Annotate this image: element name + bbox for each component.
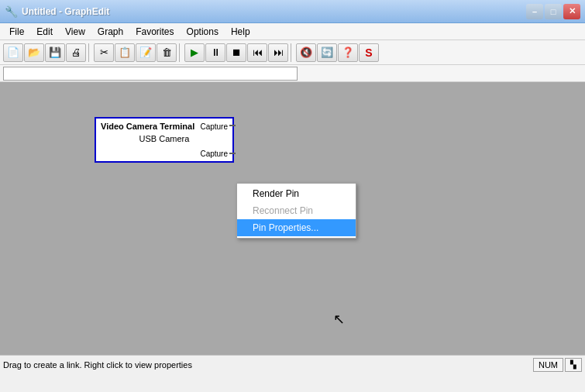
maximize-button[interactable]: □: [545, 4, 562, 19]
toolbar-delete[interactable]: 🗑: [157, 43, 177, 62]
title-bar: 🔧 Untitled - GraphEdit – □ ✕: [0, 0, 585, 23]
status-bar: Drag to create a link. Right click to vi…: [0, 355, 585, 373]
context-menu-reconnect-pin: Reconnect Pin: [237, 202, 356, 219]
toolbar-rewind[interactable]: ⏮: [247, 43, 267, 62]
context-menu-render-pin[interactable]: Render Pin: [237, 185, 356, 202]
close-button[interactable]: ✕: [563, 4, 580, 19]
toolbar-help[interactable]: ❓: [338, 43, 358, 62]
toolbar-paste[interactable]: 📝: [136, 43, 156, 62]
title-bar-left: 🔧 Untitled - GraphEdit: [5, 5, 109, 18]
toolbar-print[interactable]: 🖨: [66, 43, 86, 62]
status-text: Drag to create a link. Right click to vi…: [3, 360, 192, 370]
resize-grip: ▚: [565, 358, 582, 372]
toolbar-refresh[interactable]: 🔄: [317, 43, 337, 62]
toolbar-forward[interactable]: ⏭: [268, 43, 288, 62]
menu-options[interactable]: Options: [181, 25, 225, 39]
toolbar-mute[interactable]: 🔇: [296, 43, 316, 62]
toolbar-play[interactable]: ▶: [184, 43, 205, 62]
path-bar: [0, 65, 585, 82]
menu-help[interactable]: Help: [225, 25, 256, 39]
toolbar-sep3: [291, 43, 294, 62]
pin-connector-bottom: [229, 153, 236, 154]
pin-capture-top: Capture: [200, 122, 228, 131]
toolbar-s[interactable]: S: [359, 43, 379, 62]
filter-subtitle: USB Camera: [101, 134, 228, 143]
menu-edit[interactable]: Edit: [30, 25, 59, 39]
context-menu-pin-properties[interactable]: Pin Properties...: [237, 219, 356, 236]
toolbar-pause[interactable]: ⏸: [205, 43, 225, 62]
toolbar-save[interactable]: 💾: [45, 43, 65, 62]
menu-bar: File Edit View Graph Favorites Options H…: [0, 23, 585, 40]
filter-node[interactable]: Video Camera Terminal Capture USB Camera…: [95, 117, 234, 163]
mouse-cursor: ↖: [333, 311, 345, 328]
menu-favorites[interactable]: Favorites: [129, 25, 180, 39]
toolbar-new[interactable]: 📄: [3, 43, 23, 62]
num-indicator: NUM: [533, 358, 563, 372]
menu-graph[interactable]: Graph: [91, 25, 129, 39]
menu-file[interactable]: File: [3, 25, 30, 39]
app-icon: 🔧: [5, 5, 17, 18]
toolbar-sep1: [88, 43, 91, 62]
toolbar-cut[interactable]: ✂: [94, 43, 114, 62]
pin-capture-bottom: Capture: [200, 150, 228, 158]
toolbar-open[interactable]: 📂: [24, 43, 44, 62]
status-right: NUM ▚: [533, 358, 582, 372]
context-menu: Render Pin Reconnect Pin Pin Properties.…: [236, 183, 356, 239]
toolbar: 📄 📂 💾 🖨 ✂ 📋 📝 🗑 ▶ ⏸ ⏹ ⏮ ⏭ 🔇 🔄 ❓ S: [0, 40, 585, 65]
path-input[interactable]: [3, 67, 298, 81]
toolbar-sep2: [179, 43, 182, 62]
pin-connector-top: [229, 125, 236, 126]
menu-view[interactable]: View: [59, 25, 91, 39]
toolbar-copy[interactable]: 📋: [115, 43, 135, 62]
minimize-button[interactable]: –: [526, 4, 543, 19]
canvas-area[interactable]: Video Camera Terminal Capture USB Camera…: [0, 82, 585, 373]
window-controls[interactable]: – □ ✕: [526, 4, 580, 19]
window-title: Untitled - GraphEdit: [22, 6, 109, 17]
toolbar-stop[interactable]: ⏹: [226, 43, 246, 62]
filter-title: Video Camera Terminal: [101, 122, 194, 131]
